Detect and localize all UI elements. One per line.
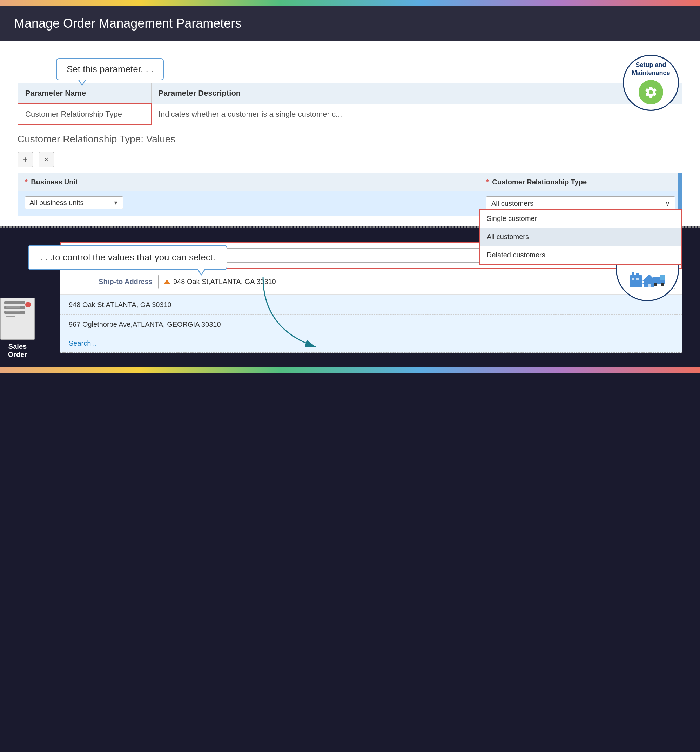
ship-to-address-value: 948 Oak St,ATLANTA, GA 30310 xyxy=(173,278,664,286)
tooltip-top-text: Set this parameter. . . xyxy=(67,64,153,74)
sales-order-label: Sales Order xyxy=(8,342,27,359)
values-toolbar: + × xyxy=(17,152,683,167)
ship-to-address-field[interactable]: 948 Oak St,ATLANTA, GA 30310 ▼ xyxy=(158,275,675,289)
top-section: Set this parameter. . . Setup and Mainte… xyxy=(0,41,700,227)
warning-icon xyxy=(163,280,170,284)
order-management-svg xyxy=(628,266,667,291)
bu-dropdown-arrow-icon: ▼ xyxy=(113,200,118,206)
gear-svg xyxy=(644,85,658,99)
values-title: Customer Relationship Type: Values xyxy=(17,134,683,145)
decorative-bottom-bar xyxy=(0,367,700,373)
param-desc-cell: Indicates whether a customer is a single… xyxy=(151,104,683,125)
order-management-icon xyxy=(628,266,667,291)
address-option-1[interactable]: 948 Oak St,ATLANTA, GA 30310 xyxy=(60,295,682,315)
svg-point-10 xyxy=(654,283,657,286)
param-name-header: Parameter Name xyxy=(18,83,151,104)
crt-dropdown-menu: Single customer All customers Related cu… xyxy=(479,209,682,265)
tooltip-bottom: . . .to control the values that you can … xyxy=(28,245,227,270)
dropdown-option-related-customers[interactable]: Related customers xyxy=(480,246,681,264)
sales-order-icon: Sales Order xyxy=(0,298,35,359)
address-dropdown: 948 Oak St,ATLANTA, GA 30310 967 Ogletho… xyxy=(60,295,682,353)
crt-cell: All customers ∨ Single customer All cust… xyxy=(479,191,683,216)
values-table: * Business Unit * Customer Relationship … xyxy=(17,173,683,216)
values-table-wrapper: * Business Unit * Customer Relationship … xyxy=(17,173,683,216)
ship-to-address-row: Ship-to Address 948 Oak St,ATLANTA, GA 3… xyxy=(60,269,682,295)
crt-dropdown-value: All customers xyxy=(492,199,534,208)
crt-header: * Customer Relationship Type xyxy=(479,173,683,191)
dropdown-option-all-customers[interactable]: All customers xyxy=(480,228,681,246)
doc-red-dot xyxy=(25,302,31,308)
values-table-row: All business units ▼ All customers ∨ xyxy=(18,191,683,216)
svg-rect-0 xyxy=(630,275,642,287)
dropdown-option-single-customer[interactable]: Single customer xyxy=(480,210,681,228)
tooltip-top: Set this parameter. . . xyxy=(56,58,164,80)
svg-rect-7 xyxy=(648,284,650,287)
add-button[interactable]: + xyxy=(17,152,33,167)
tooltip-bottom-text: . . .to control the values that you can … xyxy=(40,252,215,263)
ship-to-address-label: Ship-to Address xyxy=(67,278,158,286)
values-section: Customer Relationship Type: Values + × *… xyxy=(17,134,683,216)
gear-icon xyxy=(639,80,663,104)
param-name-cell[interactable]: Customer Relationship Type xyxy=(18,104,151,125)
page-header: Manage Order Management Parameters xyxy=(0,6,700,41)
page-title: Manage Order Management Parameters xyxy=(14,16,241,31)
bu-header: * Business Unit xyxy=(18,173,479,191)
svg-rect-4 xyxy=(636,278,639,280)
svg-rect-9 xyxy=(660,275,665,280)
parameter-table: Parameter Name Parameter Description Cus… xyxy=(17,83,683,125)
crt-dropdown[interactable]: All customers ∨ xyxy=(486,196,675,211)
sales-order-doc xyxy=(0,298,35,340)
param-desc-header: Parameter Description xyxy=(151,83,683,104)
doc-lines xyxy=(4,305,25,326)
search-option[interactable]: Search... xyxy=(60,334,682,352)
setup-maintenance-circle: Setup and Maintenance xyxy=(623,55,679,111)
remove-button[interactable]: × xyxy=(39,152,54,167)
svg-rect-1 xyxy=(632,272,635,276)
crt-dropdown-arrow-icon: ∨ xyxy=(665,200,670,208)
svg-point-11 xyxy=(661,283,664,286)
business-unit-dropdown[interactable]: All business units ▼ xyxy=(25,196,123,209)
bu-cell: All business units ▼ xyxy=(18,191,479,216)
setup-circle-label: Setup and Maintenance xyxy=(632,61,670,78)
svg-rect-3 xyxy=(632,278,635,280)
svg-rect-2 xyxy=(636,273,639,276)
bu-dropdown-value: All business units xyxy=(30,199,84,207)
address-option-2[interactable]: 967 Oglethorpe Ave,ATLANTA, GEORGIA 3031… xyxy=(60,315,682,334)
decorative-top-bar xyxy=(0,0,700,6)
table-row[interactable]: Customer Relationship Type Indicates whe… xyxy=(18,104,683,125)
